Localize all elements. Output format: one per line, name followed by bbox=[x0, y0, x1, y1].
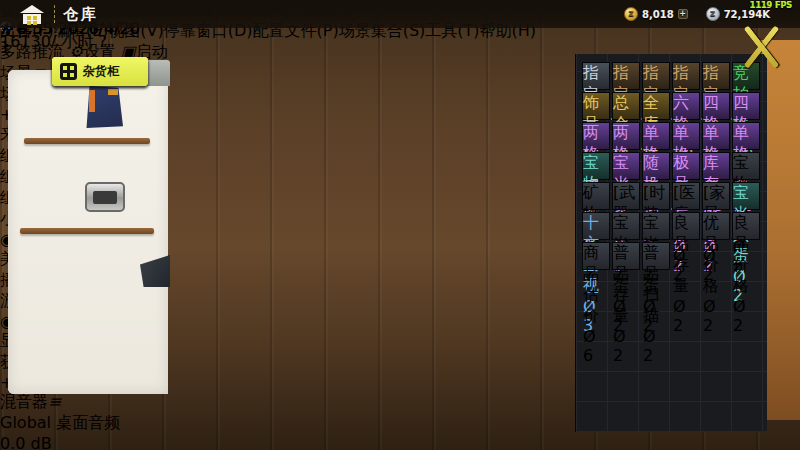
inventory-item[interactable]: 四格均价 Ø 10 bbox=[732, 92, 760, 120]
game-topbar: 仓库 Z 8,018 + Z 72,194K bbox=[0, 0, 800, 28]
item-name: 优品价格 bbox=[703, 213, 719, 295]
inventory-item[interactable]: 四格均价 Ø 10 bbox=[702, 92, 730, 120]
fps-counter: 1119 FPS bbox=[750, 1, 792, 10]
item-restrict-icon: Ø bbox=[703, 297, 716, 316]
inventory-item[interactable]: 矿物残… Ø 2 bbox=[582, 182, 610, 210]
inventory-item[interactable]: 单格均价 Ø 7 bbox=[702, 122, 730, 150]
cabinet-shelf bbox=[24, 138, 150, 144]
add-currency-button[interactable]: + bbox=[678, 9, 688, 19]
item-name: 普品存量 bbox=[613, 243, 629, 325]
cabinet-tab-inactive[interactable] bbox=[146, 60, 170, 86]
viewport: 杂货柜 指定重… Ø 5 指定仓… bbox=[0, 0, 800, 450]
inventory-item[interactable]: [时装扭… Ø 2 bbox=[642, 182, 670, 210]
inventory-grid: 指定重… Ø 5 指定仓… Ø 6 bbox=[582, 62, 760, 270]
cabinet-tab-label: 杂货柜 bbox=[83, 63, 119, 80]
inventory-row: 宝物抽样 Ø 2 宝光十蛋 Ø 3 bbox=[582, 152, 760, 180]
desktop: 杂货柜 指定重… Ø 5 指定仓… bbox=[0, 0, 800, 450]
inventory-item[interactable]: 指定仓… Ø bbox=[642, 62, 670, 90]
item-count: 2 bbox=[643, 346, 653, 365]
page-title: 仓库 bbox=[63, 5, 99, 24]
inventory-item[interactable]: 指定快… Ø 20 bbox=[672, 62, 700, 90]
cabinet-tab-active[interactable]: 杂货柜 bbox=[52, 57, 148, 86]
gold-coin-icon: Z bbox=[624, 7, 638, 21]
gold-amount: 8,018 bbox=[642, 9, 674, 20]
obs-preview-capture: 杂货柜 指定重… Ø 5 指定仓… bbox=[0, 0, 536, 450]
inventory-item[interactable]: [医疗用… Ø 2 bbox=[672, 182, 700, 210]
inventory-item[interactable]: 宝光十蛋 Ø 3 bbox=[612, 152, 640, 180]
inventory-item[interactable]: 宝光四蛋 Ø 2 bbox=[612, 212, 640, 240]
inventory-item[interactable]: 宝光四蛋 Ø 2 bbox=[642, 212, 670, 240]
inventory-row: 两格均价 Ø 5 两格均价 Ø 4 bbox=[582, 122, 760, 150]
inventory-item[interactable]: 良品存量 Ø 2 bbox=[672, 212, 700, 240]
desktop: 杂货柜 指定重… Ø 5 指定仓… bbox=[0, 0, 800, 450]
inventory-item[interactable]: 六格均价 Ø 3 bbox=[672, 92, 700, 120]
item-name: 商品估价 bbox=[583, 243, 599, 325]
silver-amount: 72,194K bbox=[724, 9, 770, 20]
grid-icon bbox=[60, 63, 77, 80]
inventory-item[interactable]: 商品估价 Ø 6 bbox=[582, 242, 610, 270]
item-count: 2 bbox=[733, 316, 743, 335]
inventory-item[interactable]: 单格均价 Ø 5 bbox=[732, 122, 760, 150]
inventory-item[interactable]: 宝物抽样 Ø 2 bbox=[582, 152, 610, 180]
inventory-item[interactable]: 总仓储… Ø 3 bbox=[612, 92, 640, 120]
inventory-item[interactable]: 十方透视 Ø 3 bbox=[582, 212, 610, 240]
inventory-item[interactable]: 全库透视 Ø bbox=[642, 92, 670, 120]
item-count: 6 bbox=[583, 346, 593, 365]
inventory-item[interactable]: 随机抽… Ø 2 bbox=[642, 152, 670, 180]
inventory-item[interactable]: 单格均价 Ø 5 bbox=[642, 122, 670, 150]
inventory-item[interactable]: 普品存量 Ø 2 bbox=[612, 242, 640, 270]
inventory-item[interactable]: 单格均价 Ø 9 bbox=[672, 122, 700, 150]
item-restrict-icon: Ø bbox=[583, 327, 596, 346]
obs-preview-capture: 杂货柜 指定重… Ø 5 指定仓… bbox=[0, 0, 536, 450]
inventory-item[interactable]: 指定重… Ø 5 bbox=[582, 62, 610, 90]
inventory-item[interactable]: [武器装… Ø 2 bbox=[612, 182, 640, 210]
inventory-item[interactable]: 优品价格 Ø 2 bbox=[702, 212, 730, 240]
obs-window[interactable]: ◎ OBS 32.1.1 - 配置文件: 未命名 - 场景: 未命名 文件(F)… bbox=[0, 0, 536, 450]
crossed-strokes-decoration bbox=[737, 24, 785, 70]
jacket-item[interactable] bbox=[85, 86, 123, 128]
item-count: 2 bbox=[703, 316, 713, 335]
inventory-item[interactable]: 饰品扫描 Ø bbox=[582, 92, 610, 120]
home-icon[interactable] bbox=[20, 5, 44, 24]
obs-window[interactable]: ◎ OBS 32.1.1 - 配置文件: 未命名 - 场景: 未命名 文件(F)… bbox=[0, 0, 536, 450]
inventory-item[interactable]: 指定仓… Ø 6 bbox=[612, 62, 640, 90]
inventory-item[interactable]: [家居日… Ø 2 bbox=[702, 182, 730, 210]
silver-coin-icon: Z bbox=[706, 7, 720, 21]
item-restrict-icon: Ø bbox=[613, 327, 626, 346]
display-cabinet bbox=[8, 70, 168, 394]
inventory-row: 指定重… Ø 5 指定仓… Ø 6 bbox=[582, 62, 760, 90]
inventory-item[interactable]: 宝物估价 Ø 2 bbox=[732, 152, 760, 180]
cabinet-shelf bbox=[20, 228, 154, 234]
inventory-item[interactable]: 普品扫描 Ø 2 bbox=[642, 242, 670, 270]
case-item[interactable] bbox=[85, 182, 125, 212]
inventory-item[interactable]: 良品价格 Ø 2 bbox=[732, 212, 760, 240]
item-restrict-icon: Ø bbox=[733, 297, 746, 316]
item-count: 2 bbox=[673, 316, 683, 335]
desktop: 杂货柜 指定重… Ø 5 指定仓… bbox=[0, 0, 800, 450]
item-name: 普品扫描 bbox=[643, 243, 659, 325]
inventory-item[interactable]: 两格均价 Ø 4 bbox=[612, 122, 640, 150]
item-count: 2 bbox=[613, 346, 623, 365]
inventory-item[interactable]: 两格均价 Ø 5 bbox=[582, 122, 610, 150]
item-restrict-icon: Ø bbox=[673, 297, 686, 316]
inventory-item[interactable]: 极品估价 Ø 2 bbox=[672, 152, 700, 180]
inventory-panel: 指定重… Ø 5 指定仓… Ø 6 bbox=[575, 54, 767, 432]
inventory-item[interactable]: 宝光六蛋 Ø 2 bbox=[732, 182, 760, 210]
inventory-item[interactable]: 指定快… Ø 4 bbox=[702, 62, 730, 90]
item-name: 良品存量 bbox=[673, 213, 689, 295]
item-name: 良品价格 bbox=[733, 213, 749, 295]
item-restrict-icon: Ø bbox=[643, 327, 656, 346]
inventory-item[interactable]: 库存清点 Ø 2 bbox=[702, 152, 730, 180]
